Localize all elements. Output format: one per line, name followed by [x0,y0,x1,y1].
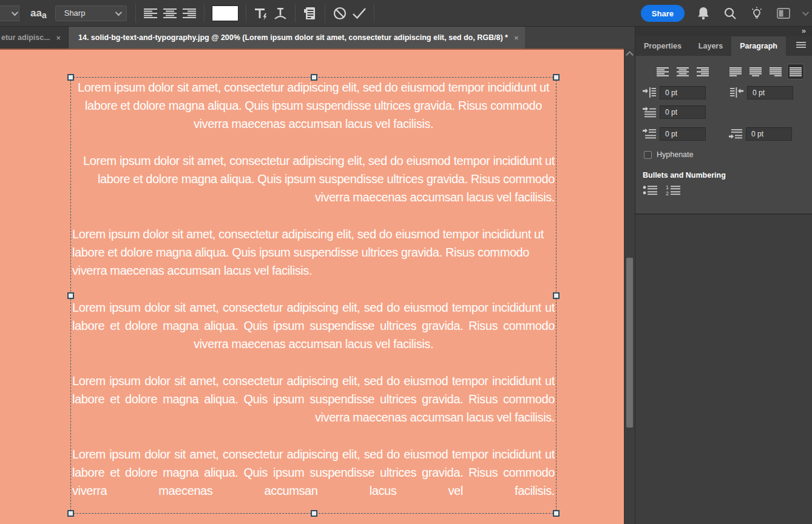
panel-dock: » Properties Layers Paragraph [635,27,812,524]
indent-left-margin-input[interactable] [660,86,706,99]
tab-paragraph[interactable]: Paragraph [731,36,786,56]
separator [295,4,296,22]
justify-last-center-button[interactable] [748,64,763,79]
commit-edits-button[interactable] [350,4,369,23]
justify-last-left-button[interactable] [728,64,743,79]
panels-toggle-icon [302,5,318,21]
indent-first-line-input[interactable] [660,106,706,119]
lightbulb-icon [749,6,764,21]
separator [374,4,374,22]
align-right-icon [697,67,709,76]
align-right-button[interactable] [180,4,199,23]
handle-top-right[interactable] [553,74,560,81]
handle-bottom-right[interactable] [553,510,560,517]
close-tab-icon[interactable]: × [514,33,519,42]
workspace-icon [776,7,791,19]
document-tab-inactive[interactable]: etur adipisc... × [0,27,69,49]
handle-bottom-center[interactable] [311,510,317,517]
panel-menu-icon[interactable] [796,42,806,49]
font-size-select-partial[interactable] [0,5,19,21]
close-tab-icon[interactable]: × [56,33,61,42]
paragraph-alignment-row [643,63,806,80]
document-tab-title: etur adipisc... [1,33,50,42]
discover-button[interactable] [749,5,765,21]
empty-dock-area [635,213,812,524]
hyphenate-toggle[interactable]: Hyphenate [643,150,806,159]
handle-top-left[interactable] [67,74,74,81]
cancel-edits-button[interactable] [330,4,350,23]
text-color-swatch[interactable] [212,5,239,21]
type-lightning-icon [253,6,269,21]
align-right-icon [183,8,196,18]
justify-all-button[interactable] [788,64,804,79]
document-tab-bar: etur adipisc... × 14. solid-bg-text-and-… [0,27,635,49]
numbered-list-icon[interactable]: 1 2 [666,184,682,196]
chevron-down-icon [12,8,18,15]
photoshop-window: aaa Sharp [0,0,812,524]
align-center-button[interactable] [675,64,691,79]
paragraph-left[interactable]: Lorem ipsum dolor sit amet, consectetur … [72,225,555,280]
svg-text:2: 2 [666,190,669,196]
space-before-paragraph-icon [643,128,656,140]
tab-properties[interactable]: Properties [635,36,690,56]
space-before-paragraph-input[interactable] [660,127,706,141]
toggle-character-paragraph-panels-button[interactable] [300,4,320,23]
separator [135,4,136,22]
chevron-down-icon [115,8,121,15]
align-center-icon [163,8,177,18]
align-center-button[interactable] [160,4,180,23]
handle-middle-left[interactable] [67,292,74,299]
indent-right-margin-input[interactable] [747,86,793,99]
warp-text-button[interactable] [271,4,290,23]
align-right-button[interactable] [695,64,711,79]
tab-layers[interactable]: Layers [690,36,731,56]
share-button[interactable]: Share [641,5,685,22]
space-after-paragraph-icon [729,128,742,140]
search-button[interactable] [722,5,738,21]
paragraph-right[interactable]: Lorem ipsum dolor sit amet, consectetur … [72,152,555,206]
type-lightning-button[interactable] [251,4,271,23]
anti-alias-select[interactable]: Sharp [55,5,127,21]
paragraph-center[interactable]: Lorem ipsum dolor sit amet, consectetur … [72,78,555,133]
canvas-vertical-scrollbar[interactable] [624,49,635,524]
type-layer-bounding-box[interactable]: Lorem ipsum dolor sit amet, consectetur … [70,77,557,514]
workspace-switcher-button[interactable] [776,5,791,21]
indent-first-line-icon [643,106,656,118]
separator [246,4,246,22]
align-left-icon [144,8,157,18]
align-left-button[interactable] [141,4,160,23]
handle-middle-right[interactable] [553,292,560,299]
svg-text:1: 1 [666,184,669,190]
align-left-button[interactable] [655,64,671,79]
anti-alias-value: Sharp [64,8,86,18]
document-tab-active[interactable]: 14. solid-bg-text-and-typography.jpg @ 2… [69,27,525,49]
paragraph-justify-all[interactable]: Lorem ipsum dolor sit amet, consectetur … [72,445,555,500]
paragraph-justify-center[interactable]: Lorem ipsum dolor sit amet, consectetur … [72,298,555,353]
bell-icon [697,6,710,21]
bulleted-list-icon[interactable] [643,184,658,196]
document-canvas[interactable]: Lorem ipsum dolor sit amet, consectetur … [0,49,624,524]
space-after-paragraph-input[interactable] [746,127,792,141]
type-layer-text[interactable]: Lorem ipsum dolor sit amet, consectetur … [72,78,555,513]
justify-last-right-icon [770,67,782,76]
cancel-icon [333,6,347,21]
scroll-up-icon[interactable] [626,51,634,59]
paragraph-justify-right[interactable]: Lorem ipsum dolor sit amet, consectetur … [72,372,555,426]
handle-top-center[interactable] [311,74,317,81]
scrollbar-thumb[interactable] [626,258,633,428]
notifications-button[interactable] [695,5,711,21]
warp-text-icon [272,6,288,21]
search-icon [723,7,737,20]
hyphenate-checkbox[interactable] [644,151,652,159]
handle-bottom-left[interactable] [67,510,74,517]
expand-panels-icon[interactable]: » [802,27,806,35]
indent-right-margin-icon [730,87,743,99]
panel-tab-strip: Properties Layers Paragraph [635,36,812,56]
align-left-icon [657,67,669,76]
commit-check-icon [351,7,367,20]
hyphenate-label: Hyphenate [657,150,693,159]
app-bar-right: Share [641,0,807,27]
separator [204,4,205,22]
justify-last-left-icon [729,67,742,76]
justify-last-right-button[interactable] [768,64,783,79]
